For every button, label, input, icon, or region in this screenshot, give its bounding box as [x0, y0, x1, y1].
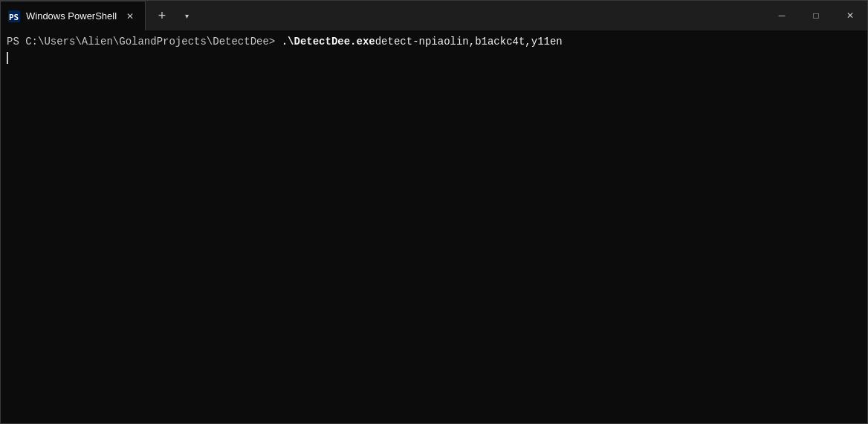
powershell-window: PS Windows PowerShell ✕ + ▾ ─ □ ✕ PS C:\… — [0, 0, 868, 424]
minimize-button[interactable]: ─ — [765, 1, 799, 30]
maximize-button[interactable]: □ — [799, 1, 833, 30]
tab-area: PS Windows PowerShell ✕ + ▾ — [1, 1, 765, 30]
terminal-prompt: PS C:\Users\Alien\GolandProjects\DetectD… — [7, 35, 282, 50]
command-line: PS C:\Users\Alien\GolandProjects\DetectD… — [7, 35, 861, 50]
svg-text:PS: PS — [9, 13, 19, 22]
command-verb: detect — [375, 35, 412, 50]
new-tab-button[interactable]: + — [149, 2, 175, 29]
terminal-cursor — [7, 52, 8, 64]
terminal-body[interactable]: PS C:\Users\Alien\GolandProjects\DetectD… — [1, 30, 867, 423]
powershell-icon: PS — [8, 10, 20, 22]
active-tab[interactable]: PS Windows PowerShell ✕ — [1, 1, 146, 30]
command-flag: -n — [412, 35, 425, 50]
tab-label: Windows PowerShell — [26, 10, 117, 22]
command-args: piaolin,b1ackc4t,y11en — [425, 35, 563, 50]
cursor-line — [7, 51, 861, 62]
window-controls: ─ □ ✕ — [765, 1, 867, 30]
tab-close-button[interactable]: ✕ — [123, 9, 137, 24]
command-executable: .\DetectDee.exe — [282, 35, 375, 50]
close-button[interactable]: ✕ — [833, 1, 867, 30]
titlebar: PS Windows PowerShell ✕ + ▾ ─ □ ✕ — [1, 1, 867, 30]
dropdown-button[interactable]: ▾ — [175, 2, 198, 29]
